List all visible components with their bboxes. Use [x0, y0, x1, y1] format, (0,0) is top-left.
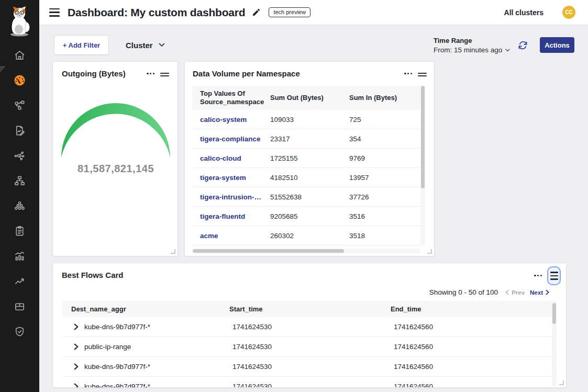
- add-filter-button[interactable]: + Add Filter: [54, 35, 109, 55]
- home-icon: [14, 49, 26, 61]
- horizontal-scrollbar[interactable]: [192, 249, 420, 253]
- top-header: Dashboard: My custom dashboard tech prev…: [39, 0, 588, 25]
- resize-handle-icon[interactable]: [427, 249, 432, 254]
- card-menu-icon[interactable]: [404, 73, 412, 74]
- table-row: tigera-system 4182510 13957: [192, 168, 420, 187]
- sidebar-item-threat-defense[interactable]: [0, 319, 39, 344]
- column-header: Sum In (Bytes): [341, 94, 420, 102]
- trend-arrow-icon: [14, 275, 26, 287]
- sum-out-value: 260302: [262, 232, 341, 240]
- sidebar-item-activity[interactable]: [0, 268, 39, 294]
- sidebar-item-image-assurance[interactable]: [0, 294, 39, 319]
- card-title: Outgoing (Bytes): [62, 69, 126, 78]
- expand-row-icon[interactable]: [74, 323, 79, 330]
- sidebar-item-networks[interactable]: [0, 168, 39, 193]
- sidebar-nav: [0, 42, 39, 344]
- column-header: Sum Out (Bytes): [262, 94, 341, 102]
- sidebar: [0, 0, 39, 392]
- dest-name: kube-dns-9b7d977f-*: [84, 383, 150, 388]
- card-title: Best Flows Card: [62, 271, 124, 279]
- sidebar-item-service-graph[interactable]: [0, 93, 39, 118]
- sum-in-value: 354: [341, 135, 420, 143]
- sidebar-item-dashboards[interactable]: [0, 68, 39, 93]
- sidebar-item-flow-viz[interactable]: [0, 143, 39, 168]
- sidebar-item-timeline[interactable]: [0, 243, 39, 268]
- card-drag-handle-icon[interactable]: [418, 71, 427, 78]
- sum-in-value: 9769: [341, 154, 420, 162]
- resize-handle-icon[interactable]: [559, 380, 564, 385]
- page-title: Dashboard: My custom dashboard: [68, 6, 245, 19]
- expand-row-icon[interactable]: [74, 363, 79, 370]
- resize-handle-icon[interactable]: [171, 249, 175, 254]
- sum-out-value: 1725155: [262, 154, 341, 162]
- sidebar-item-policies[interactable]: [0, 118, 39, 143]
- vertical-scrollbar[interactable]: [552, 301, 557, 386]
- hierarchy-icon: [14, 175, 26, 187]
- namespace-link[interactable]: acme: [192, 232, 262, 240]
- table-row: acme 260302 3518: [192, 226, 420, 245]
- start-time: 1741624530: [220, 363, 382, 371]
- namespace-link[interactable]: calico-system: [192, 116, 262, 124]
- namespace-link[interactable]: tigera-fluentd: [192, 212, 262, 220]
- chart-stats-icon: [14, 250, 26, 262]
- vertical-scrollbar[interactable]: [420, 86, 425, 245]
- menu-toggle-icon[interactable]: [49, 8, 60, 17]
- table-row: kube-dns-9b7d977f-* 1741624530 174162456…: [62, 357, 552, 377]
- edit-dashboard-icon[interactable]: [252, 8, 261, 17]
- clipboard-icon: [14, 225, 26, 237]
- sum-out-value: 109033: [262, 116, 341, 124]
- sum-out-value: 9205685: [262, 212, 341, 220]
- card-menu-icon[interactable]: [534, 275, 542, 276]
- actions-button[interactable]: Actions: [540, 37, 574, 53]
- end-time: 1741624560: [382, 363, 552, 371]
- chevron-right-icon: [546, 289, 549, 295]
- next-page-button[interactable]: Next: [530, 289, 549, 296]
- dest-name: public-ip-range: [84, 343, 131, 351]
- sum-in-value: 3516: [341, 212, 420, 220]
- card-menu-icon[interactable]: [147, 73, 154, 74]
- table-row: tigera-intrusion-d… 51552638 37726: [192, 187, 420, 207]
- outgoing-bytes-card: Outgoing (Bytes) 81,587,821,145: [52, 61, 178, 256]
- table-row: calico-cloud 1725155 9769: [192, 149, 420, 168]
- dest-name: kube-dns-9b7d977f-*: [84, 323, 150, 331]
- card-drag-handle-icon[interactable]: [547, 266, 561, 285]
- sum-out-value: 23317: [262, 135, 341, 143]
- prev-page-button[interactable]: Prev: [505, 289, 525, 296]
- refresh-icon[interactable]: [517, 40, 528, 51]
- sidebar-item-endpoints[interactable]: [0, 193, 39, 218]
- cluster-filter-dropdown[interactable]: Cluster: [126, 35, 165, 55]
- end-time: 1741624560: [382, 323, 552, 331]
- chevron-down-icon: [159, 43, 165, 47]
- gauge-arc: [61, 94, 171, 161]
- chevron-down-icon: [505, 49, 510, 52]
- data-volume-card: Data Volume per Namespace Top Values Of …: [184, 61, 435, 256]
- expand-row-icon[interactable]: [74, 383, 79, 388]
- column-header: Start_time: [220, 305, 382, 313]
- namespace-link[interactable]: tigera-system: [192, 174, 262, 182]
- end-time: 1741624560: [382, 383, 552, 388]
- time-range-value[interactable]: From: 15 minutes ago: [434, 46, 510, 54]
- table-row: tigera-fluentd 9205685 3516: [192, 207, 420, 226]
- avatar[interactable]: CC: [562, 6, 575, 19]
- table-row: tigera-compliance 23317 354: [192, 129, 420, 149]
- sidebar-item-compliance[interactable]: [0, 218, 39, 243]
- sum-out-value: 4182510: [262, 174, 341, 182]
- sum-in-value: 725: [341, 116, 420, 124]
- tech-preview-badge: tech preview: [269, 7, 310, 17]
- card-drag-handle-icon[interactable]: [160, 71, 169, 78]
- namespace-link[interactable]: tigera-compliance: [192, 135, 262, 143]
- namespace-link[interactable]: tigera-intrusion-d…: [192, 193, 262, 201]
- sidebar-item-home[interactable]: [0, 42, 39, 68]
- best-flows-card: Best Flows Card Showing 0 - 50 of 100 Pr…: [52, 263, 567, 388]
- card-title: Data Volume per Namespace: [193, 69, 300, 78]
- cluster-selector[interactable]: All clusters: [504, 8, 543, 17]
- table-header-row: Top Values Of Source_namespace Sum Out (…: [192, 86, 420, 110]
- table-row: calico-system 109033 725: [192, 110, 420, 129]
- calico-cat-logo[interactable]: [7, 6, 32, 37]
- expand-row-icon[interactable]: [74, 343, 79, 350]
- start-time: 1741624530: [220, 323, 382, 331]
- sum-in-value: 3518: [341, 232, 420, 240]
- table-header-row: Dest_name_aggr Start_time End_time: [62, 301, 552, 317]
- namespace-link[interactable]: calico-cloud: [192, 154, 262, 162]
- dashboard-gauge-icon: [14, 74, 26, 86]
